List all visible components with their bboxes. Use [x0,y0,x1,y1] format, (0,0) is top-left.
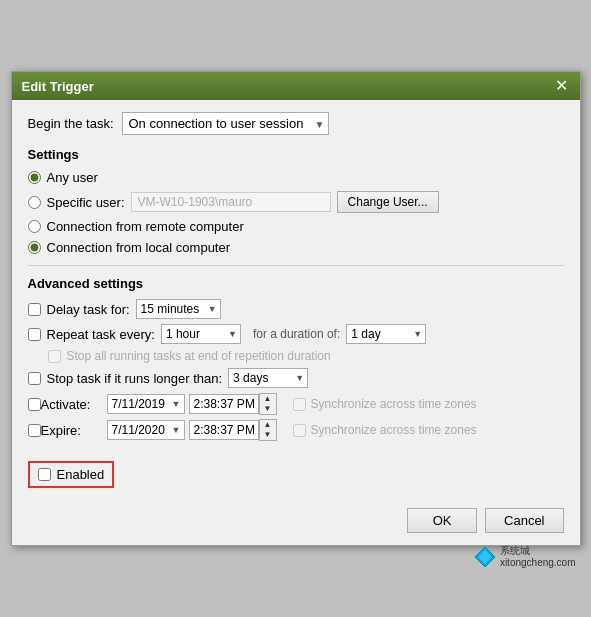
begin-task-row: Begin the task: On connection to user se… [28,112,564,135]
stop-running-checkbox[interactable] [48,350,61,363]
specific-user-radio[interactable] [28,196,41,209]
expire-date-input[interactable] [107,420,185,440]
begin-task-dropdown-wrap: On connection to user session ▼ [122,112,329,135]
delay-task-label: Delay task for: [47,302,130,317]
local-computer-label: Connection from local computer [47,240,231,255]
for-duration-dropdown-wrap: 1 day ▼ [346,324,426,344]
begin-task-label: Begin the task: [28,116,114,131]
separator [28,265,564,266]
local-computer-radio[interactable] [28,241,41,254]
settings-section-label: Settings [28,147,564,162]
any-user-label: Any user [47,170,98,185]
expire-row: Expire: ▼ ▲ ▼ Synchronize across time zo… [28,419,564,441]
begin-task-dropdown[interactable]: On connection to user session [122,112,329,135]
delay-task-row: Delay task for: 15 minutes ▼ [28,299,564,319]
expire-sync-text: Synchronize across time zones [311,423,477,437]
expire-label: Expire: [41,423,103,438]
activate-time-down[interactable]: ▼ [260,404,276,414]
dialog-footer: OK Cancel 系统城 xitongcheng.com [12,500,580,545]
local-computer-row: Connection from local computer [28,240,564,255]
watermark-brand: 系统城 [500,545,576,557]
delay-task-dropdown-wrap: 15 minutes ▼ [136,299,221,319]
expire-date-wrap: ▼ [107,420,185,440]
activate-sync-label: Synchronize across time zones [293,397,477,411]
activate-label: Activate: [41,397,103,412]
expire-time-up[interactable]: ▲ [260,420,276,430]
dialog-title: Edit Trigger [22,79,94,94]
repeat-task-dropdown[interactable]: 1 hour [161,324,241,344]
watermark-icon [474,546,496,568]
activate-time-up[interactable]: ▲ [260,394,276,404]
repeat-task-label: Repeat task every: [47,327,155,342]
expire-checkbox[interactable] [28,424,41,437]
dialog-body: Begin the task: On connection to user se… [12,100,580,500]
advanced-section-label: Advanced settings [28,276,564,291]
ok-button[interactable]: OK [407,508,477,533]
enabled-section: Enabled [28,461,115,488]
delay-task-dropdown[interactable]: 15 minutes [136,299,221,319]
advanced-settings-section: Advanced settings Delay task for: 15 min… [28,276,564,441]
expire-time-input[interactable] [189,420,259,440]
change-user-button[interactable]: Change User... [337,191,439,213]
activate-row: Activate: ▼ ▲ ▼ Synchronize across time … [28,393,564,415]
stop-longer-row: Stop task if it runs longer than: 3 days… [28,368,564,388]
edit-trigger-dialog: Edit Trigger ✕ Begin the task: On connec… [11,71,581,546]
activate-date-input[interactable] [107,394,185,414]
watermark: 系统城 xitongcheng.com [474,545,580,569]
expire-sync-checkbox[interactable] [293,424,306,437]
enabled-checkbox[interactable] [38,468,51,481]
activate-sync-checkbox[interactable] [293,398,306,411]
repeat-task-dropdown-wrap: 1 hour ▼ [161,324,241,344]
watermark-text: 系统城 xitongcheng.com [500,545,576,569]
expire-time-spinner: ▲ ▼ [259,419,277,441]
enabled-section-container: Enabled [28,451,564,488]
watermark-site: xitongcheng.com [500,557,576,569]
remote-computer-label: Connection from remote computer [47,219,244,234]
repeat-task-row: Repeat task every: 1 hour ▼ for a durati… [28,324,564,344]
any-user-row: Any user [28,170,564,185]
activate-time-input[interactable] [189,394,259,414]
activate-date-wrap: ▼ [107,394,185,414]
activate-time-spinner: ▲ ▼ [259,393,277,415]
stop-longer-dropdown[interactable]: 3 days [228,368,308,388]
remote-computer-radio[interactable] [28,220,41,233]
stop-running-row: Stop all running tasks at end of repetit… [48,349,564,363]
expire-sync-label: Synchronize across time zones [293,423,477,437]
specific-user-input[interactable] [131,192,331,212]
specific-user-label: Specific user: [47,195,125,210]
activate-checkbox[interactable] [28,398,41,411]
expire-time-down[interactable]: ▼ [260,430,276,440]
specific-user-row: Specific user: Change User... [28,191,564,213]
stop-longer-checkbox[interactable] [28,372,41,385]
stop-longer-label: Stop task if it runs longer than: [47,371,223,386]
repeat-task-checkbox[interactable] [28,328,41,341]
stop-longer-dropdown-wrap: 3 days ▼ [228,368,308,388]
delay-task-checkbox[interactable] [28,303,41,316]
any-user-radio[interactable] [28,171,41,184]
stop-running-label: Stop all running tasks at end of repetit… [67,349,331,363]
close-button[interactable]: ✕ [553,78,570,94]
activate-sync-text: Synchronize across time zones [311,397,477,411]
cancel-button[interactable]: Cancel [485,508,563,533]
remote-computer-row: Connection from remote computer [28,219,564,234]
for-duration-label: for a duration of: [253,327,340,341]
title-bar: Edit Trigger ✕ [12,72,580,100]
enabled-label: Enabled [57,467,105,482]
for-duration-dropdown[interactable]: 1 day [346,324,426,344]
